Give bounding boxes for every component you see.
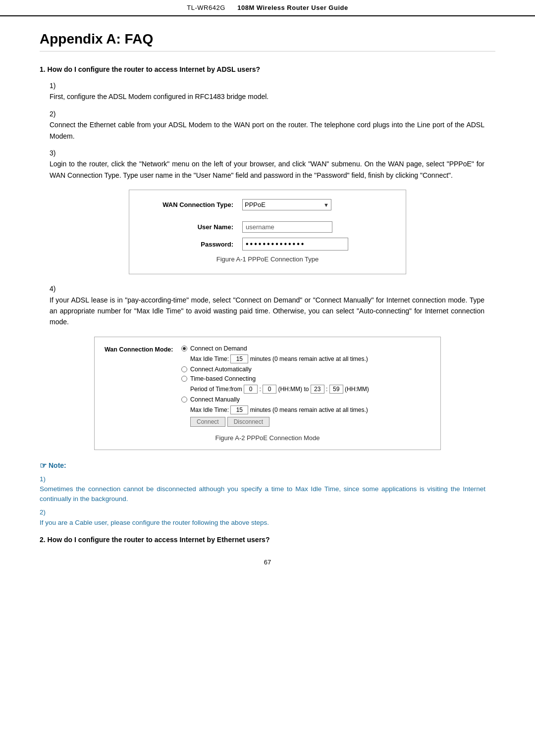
page-content: Appendix A: FAQ 1. How do I configure th… <box>0 16 535 586</box>
period-from-m[interactable] <box>263 385 276 394</box>
connect-manually-label: Connect Manually <box>190 396 240 403</box>
period-hhmm-1: (HH:MM) to <box>278 386 309 393</box>
note-item-2: 2) If you are a Cable user, please confi… <box>40 507 495 528</box>
max-idle-input-2[interactable] <box>230 405 248 414</box>
wan-mode-row: Wan Connection Mode: Connect on Demand M… <box>105 345 430 429</box>
password-row: Password: <box>144 238 391 251</box>
wan-connection-select[interactable]: PPPoE ▼ <box>242 199 331 210</box>
connect-on-demand-label: Connect on Demand <box>190 345 247 352</box>
period-row: Period of Time:from : (HH:MM) to : (HH:M <box>190 385 430 394</box>
time-based-row: Time-based Connecting <box>181 375 430 382</box>
step-4-list: 4) If your ADSL lease is in "pay-accordi… <box>40 283 495 328</box>
max-idle-time-row-1: Max Idle Time: minutes (0 means remain a… <box>190 354 430 363</box>
question-1-label: 1. How do I configure the router to acce… <box>40 65 495 73</box>
page-header: TL-WR642G 108M Wireless Router User Guid… <box>0 0 535 16</box>
figure-1-box: WAN Connection Type: PPPoE ▼ User Name: … <box>129 190 406 274</box>
guide-label: 108M Wireless Router User Guide <box>237 4 348 11</box>
page-number: 67 <box>40 558 495 566</box>
time-based-radio[interactable] <box>181 376 187 382</box>
max-idle-suffix-2: minutes (0 means remain active at all ti… <box>250 406 368 413</box>
model-label: TL-WR642G <box>187 4 225 11</box>
note-items: 1) Sometimes the connection cannot be di… <box>40 474 495 528</box>
max-idle-input-1[interactable] <box>230 354 248 363</box>
connect-on-demand-row: Connect on Demand <box>181 345 430 352</box>
max-idle-label-1: Max Idle Time: <box>190 355 229 362</box>
period-to-h[interactable] <box>311 385 324 394</box>
wan-connection-row: WAN Connection Type: PPPoE ▼ <box>144 199 391 210</box>
wan-mode-content: Connect on Demand Max Idle Time: minutes… <box>181 345 430 429</box>
question-2-label: 2. How do I configure the router to acce… <box>40 536 495 544</box>
dropdown-arrow-icon: ▼ <box>323 202 329 208</box>
user-name-row: User Name: <box>144 221 391 233</box>
password-input[interactable] <box>242 238 348 251</box>
figure-1-caption: Figure A-1 PPPoE Connection Type <box>144 255 391 263</box>
wan-mode-label: Wan Connection Mode: <box>105 345 181 353</box>
period-from-h[interactable] <box>244 385 258 394</box>
connect-automatically-label: Connect Automatically <box>190 366 252 373</box>
figure-2-box: Wan Connection Mode: Connect on Demand M… <box>94 337 441 450</box>
connect-manually-row: Connect Manually <box>181 396 430 403</box>
step-2: 2) Connect the Ethernet cable from your … <box>50 108 495 142</box>
note-phone-icon: ☞ <box>40 461 47 470</box>
note-section: ☞ Note: 1) Sometimes the connection cann… <box>40 461 495 528</box>
connect-manually-radio[interactable] <box>181 397 187 403</box>
max-idle-label-2: Max Idle Time: <box>190 406 229 413</box>
connect-on-demand-radio[interactable] <box>181 346 187 352</box>
max-idle-suffix-1: minutes (0 means remain active at all ti… <box>250 355 368 362</box>
period-label: Period of Time:from <box>190 386 242 393</box>
step-3: 3) Login to the router, click the "Netwo… <box>50 148 495 181</box>
max-idle-time-row-2: Max Idle Time: minutes (0 means remain a… <box>190 405 430 414</box>
note-item-1: 1) Sometimes the connection cannot be di… <box>40 474 495 504</box>
connect-button[interactable]: Connect <box>190 417 225 427</box>
question-1: 1. How do I configure the router to acce… <box>40 65 495 544</box>
period-hhmm-2: (HH:MM) <box>345 386 369 393</box>
period-to-m[interactable] <box>329 385 343 394</box>
figure-2-caption: Figure A-2 PPPoE Connection Mode <box>105 434 430 442</box>
wan-connection-label: WAN Connection Type: <box>144 201 233 208</box>
time-based-label: Time-based Connecting <box>190 375 256 382</box>
connect-automatically-radio[interactable] <box>181 366 187 372</box>
page-title: Appendix A: FAQ <box>40 31 495 51</box>
step-1: 1) First, configure the ADSL Modem confi… <box>50 80 495 102</box>
user-name-input[interactable] <box>242 221 332 233</box>
user-name-label: User Name: <box>144 223 233 231</box>
note-label: ☞ Note: <box>40 461 495 470</box>
steps-list: 1) First, configure the ADSL Modem confi… <box>40 80 495 181</box>
step-4: 4) If your ADSL lease is in "pay-accordi… <box>50 283 495 328</box>
disconnect-button[interactable]: Disconnect <box>227 417 269 427</box>
password-label: Password: <box>144 241 233 248</box>
buttons-row: Connect Disconnect <box>190 417 430 427</box>
wan-connection-value: PPPoE <box>245 201 266 208</box>
connect-automatically-row: Connect Automatically <box>181 366 430 373</box>
